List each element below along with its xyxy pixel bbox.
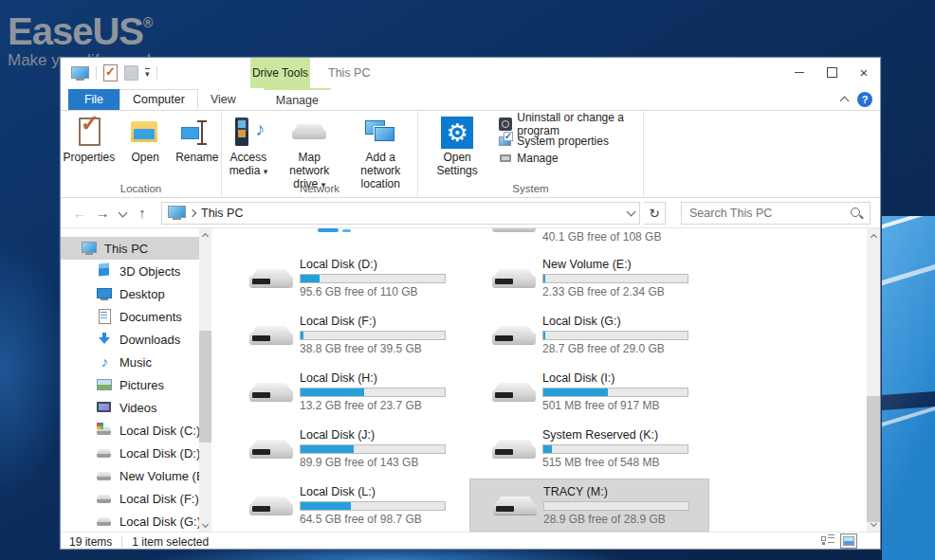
drive-tile-g[interactable]: Local Disk (G:) 28.7 GB free of 29.0 GB: [469, 308, 709, 361]
sidebar-item-documents[interactable]: Documents: [61, 305, 199, 328]
sidebar-item-local-disk-d[interactable]: Local Disk (D:): [61, 442, 199, 464]
drive-tile-f[interactable]: Local Disk (F:) 38.8 GB free of 39.5 GB: [227, 308, 467, 361]
selection-count: 1 item selected: [132, 535, 209, 549]
sidebar-item-new-volume-e[interactable]: New Volume (E:): [61, 464, 199, 487]
sidebar-item-local-disk-g[interactable]: Local Disk (G:): [61, 510, 199, 533]
sidebar-item-local-disk-f[interactable]: Local Disk (F:): [61, 487, 199, 510]
hard-drive-icon: [249, 377, 293, 406]
minimize-button[interactable]: [783, 58, 816, 86]
collapse-ribbon-icon[interactable]: [840, 97, 850, 106]
search-input[interactable]: [682, 207, 849, 220]
tab-manage[interactable]: Manage: [264, 88, 331, 110]
maximize-icon: [827, 67, 837, 78]
scroll-up-icon[interactable]: [199, 228, 211, 242]
capacity-bar: [300, 274, 446, 283]
drive-free-space: 64.5 GB free of 98.7 GB: [300, 513, 451, 526]
drive-name: Local Disk (I:): [542, 371, 694, 386]
clipped-tile-fragment: [318, 228, 339, 232]
window-title: This PC: [328, 58, 370, 88]
breadcrumb-location[interactable]: This PC: [201, 207, 243, 220]
up-button[interactable]: ↑: [133, 205, 152, 221]
drive-icon: [97, 445, 113, 461]
drive-tile-h[interactable]: Local Disk (H:) 13.2 GB free of 23.7 GB: [227, 365, 467, 418]
drive-tile-i[interactable]: Local Disk (I:) 501 MB free of 917 MB: [469, 365, 709, 418]
sidebar-item-downloads[interactable]: Downloads: [61, 328, 199, 351]
system-properties-button[interactable]: System properties: [499, 134, 643, 149]
scrollbar-thumb[interactable]: [199, 331, 211, 443]
drive-free-space: 501 MB free of 917 MB: [542, 399, 694, 412]
details-view-button[interactable]: [819, 533, 836, 549]
capacity-bar: [300, 444, 446, 454]
drive-tile-e[interactable]: New Volume (E:) 2.33 GB free of 2.34 GB: [469, 251, 709, 304]
search-box[interactable]: [681, 202, 871, 225]
drive-name: Local Disk (F:): [300, 315, 451, 329]
uninstall-icon: [499, 117, 512, 131]
network-computers-icon: [363, 117, 397, 149]
ribbon-group-network: ♪ Access media ▾ Map network drive ▾ Add…: [222, 111, 418, 197]
group-label-network: Network: [222, 183, 417, 194]
scroll-up-icon[interactable]: [867, 228, 880, 243]
tab-computer[interactable]: Computer: [119, 89, 198, 110]
network-drive-icon: [292, 117, 326, 149]
drive-tile-j[interactable]: Local Disk (J:) 89.9 GB free of 143 GB: [227, 422, 467, 475]
this-pc-icon[interactable]: [70, 66, 89, 81]
scrollbar-thumb[interactable]: [867, 396, 880, 522]
sidebar-item-music[interactable]: ♪Music: [61, 351, 199, 373]
new-folder-qat-icon[interactable]: [124, 65, 138, 81]
tab-file[interactable]: File: [68, 89, 119, 110]
open-folder-icon: [128, 117, 162, 149]
address-bar[interactable]: This PC: [161, 202, 640, 225]
hard-drive-icon: [492, 377, 536, 406]
drive-windows-icon: [97, 423, 113, 438]
drive-icon: [97, 491, 113, 506]
forward-button[interactable]: →: [93, 205, 112, 221]
partial-top-row: 40.1 GB free of 108 GB: [227, 228, 709, 249]
group-label-location: Location: [61, 183, 221, 194]
drive-tile-clipped[interactable]: 40.1 GB free of 108 GB: [469, 228, 709, 249]
sidebar-item-desktop[interactable]: Desktop: [61, 282, 199, 305]
drive-name: Local Disk (L:): [300, 485, 451, 499]
refresh-button[interactable]: ↻: [644, 202, 666, 225]
drive-tile-m-selected[interactable]: TRACY (M:) 28.9 GB free of 28.9 GB: [469, 479, 709, 532]
files-pane: 40.1 GB free of 108 GB Local Disk (D:) 9…: [211, 228, 867, 532]
customize-qat-icon[interactable]: ▾: [145, 68, 150, 78]
sidebar-scrollbar[interactable]: [199, 228, 211, 532]
music-icon: ♪: [97, 354, 113, 370]
manage-button[interactable]: Manage: [499, 151, 643, 166]
back-button[interactable]: ←: [70, 205, 89, 221]
drive-name: Local Disk (G:): [542, 315, 694, 329]
close-button[interactable]: ×: [848, 58, 880, 86]
tab-view[interactable]: View: [198, 89, 248, 110]
uninstall-program-button[interactable]: Uninstall or change a program: [499, 117, 643, 132]
drive-tile-d[interactable]: Local Disk (D:) 95.6 GB free of 110 GB: [227, 251, 467, 304]
hard-drive-icon: [249, 491, 293, 519]
ribbon-tab-row: File Computer View Manage ?: [61, 88, 880, 111]
this-pc-icon: [82, 241, 98, 256]
sidebar-item-3d-objects[interactable]: 3D Objects: [61, 260, 199, 282]
drive-tile-l[interactable]: Local Disk (L:) 64.5 GB free of 98.7 GB: [227, 479, 467, 532]
scroll-down-icon[interactable]: [867, 517, 880, 532]
capacity-bar: [542, 388, 688, 397]
help-icon[interactable]: ?: [857, 92, 872, 107]
drive-tile-k[interactable]: System Reserved (K:) 515 MB free of 548 …: [469, 422, 709, 475]
maximize-button[interactable]: [816, 58, 848, 86]
properties-qat-icon[interactable]: [103, 64, 118, 81]
group-label-system: System: [418, 183, 643, 194]
breadcrumb-chevron-icon[interactable]: [189, 208, 196, 216]
drive-free-space: 28.7 GB free of 29.0 GB: [542, 342, 694, 355]
search-icon[interactable]: [849, 206, 864, 221]
drive-icon: [97, 468, 113, 483]
desktop-icon: [97, 286, 113, 301]
drive-tools-contextual-tab[interactable]: Drive Tools: [250, 58, 310, 88]
sidebar-item-pictures[interactable]: Pictures: [61, 373, 199, 396]
registered-mark: ®: [143, 15, 153, 30]
address-dropdown-icon[interactable]: [622, 203, 639, 224]
sidebar-item-videos[interactable]: Videos: [61, 396, 199, 419]
recent-locations-icon[interactable]: [116, 205, 129, 221]
sidebar-item-local-disk-c[interactable]: Local Disk (C:): [61, 419, 199, 442]
drive-name: New Volume (E:): [542, 258, 694, 272]
large-icons-view-button[interactable]: [840, 533, 857, 549]
sidebar-item-this-pc[interactable]: This PC: [61, 237, 199, 260]
scroll-down-icon[interactable]: [199, 518, 211, 532]
files-scrollbar[interactable]: [867, 228, 880, 532]
